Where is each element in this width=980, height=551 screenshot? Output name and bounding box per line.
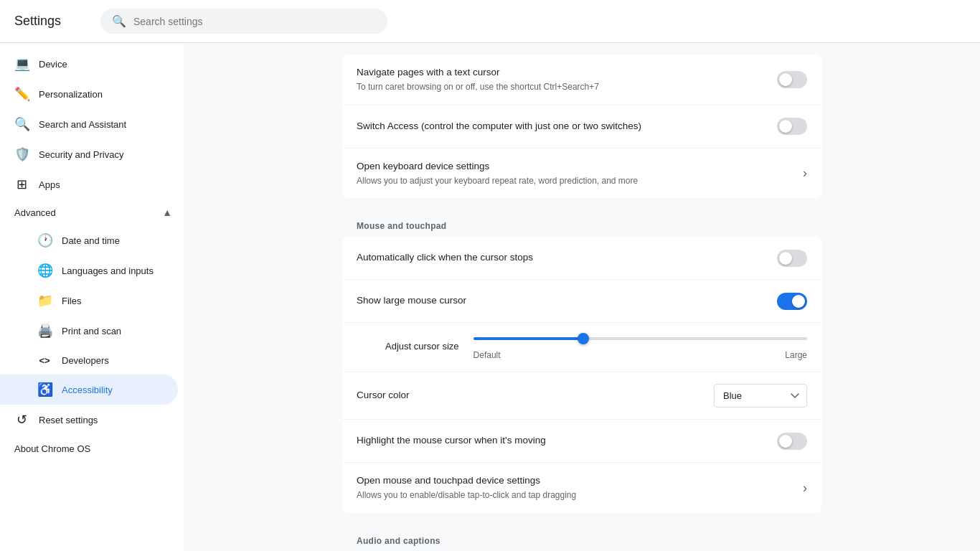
- open-mouse-settings-subtitle: Allows you to enable/disable tap-to-clic…: [357, 489, 791, 501]
- sidebar-item-languages[interactable]: 🌐 Languages and inputs: [0, 255, 178, 286]
- print-icon: 🖨️: [37, 323, 52, 339]
- auto-click-title: Automatically click when the cursor stop…: [357, 251, 765, 265]
- sidebar-item-device[interactable]: 💻 Device: [0, 49, 178, 79]
- cursor-color-label: Cursor color: [357, 389, 702, 402]
- sidebar-label-languages: Languages and inputs: [62, 265, 154, 276]
- open-keyboard-settings-subtitle: Allows you to adjust your keyboard repea…: [357, 175, 791, 187]
- chevron-right-icon: ›: [803, 481, 807, 495]
- show-large-cursor-title: Show large mouse cursor: [357, 294, 765, 308]
- auto-click-toggle[interactable]: [777, 250, 807, 267]
- layout: 💻 Device ✏️ Personalization 🔍 Search and…: [0, 43, 980, 551]
- sidebar-label-apps: Apps: [39, 179, 60, 190]
- search-icon: 🔍: [112, 14, 126, 28]
- sidebar: 💻 Device ✏️ Personalization 🔍 Search and…: [0, 43, 184, 551]
- sidebar-label-print: Print and scan: [62, 326, 121, 336]
- open-mouse-settings-title: Open mouse and touchpad device settings: [357, 474, 791, 488]
- sidebar-label-date-time: Date and time: [62, 235, 120, 246]
- mouse-touchpad-card: Automatically click when the cursor stop…: [342, 237, 821, 513]
- sidebar-label-security: Security and Privacy: [39, 149, 124, 160]
- developers-icon: <>: [37, 355, 52, 366]
- chevron-right-icon: ›: [803, 166, 807, 180]
- navigate-text-cursor-control[interactable]: [777, 71, 807, 88]
- switch-access-title: Switch Access (control the computer with…: [357, 120, 765, 133]
- search-input[interactable]: [133, 16, 376, 27]
- files-icon: 📁: [37, 293, 52, 309]
- sidebar-item-personalization[interactable]: ✏️ Personalization: [0, 79, 178, 109]
- show-large-cursor-toggle[interactable]: [777, 293, 807, 310]
- toggle-thumb: [779, 73, 792, 86]
- cursor-size-slider[interactable]: Default Large: [473, 331, 807, 360]
- apps-icon: ⊞: [14, 176, 29, 192]
- sidebar-label-reset: Reset settings: [39, 415, 98, 425]
- auto-click-row: Automatically click when the cursor stop…: [342, 237, 821, 280]
- sidebar-label-accessibility: Accessibility: [62, 385, 113, 395]
- sidebar-item-developers[interactable]: <> Developers: [0, 346, 178, 375]
- cursor-size-label: Adjust cursor size: [385, 341, 459, 352]
- navigate-text-cursor-subtitle: To turn caret browsing on or off, use th…: [357, 81, 765, 93]
- header: Settings 🔍: [0, 0, 980, 43]
- app-title: Settings: [14, 14, 72, 29]
- sidebar-advanced-section[interactable]: Advanced ▲: [0, 199, 184, 225]
- open-keyboard-settings-title: Open keyboard device settings: [357, 160, 791, 174]
- switch-access-toggle[interactable]: [777, 118, 807, 135]
- sidebar-label-developers: Developers: [62, 355, 109, 366]
- sidebar-item-files[interactable]: 📁 Files: [0, 286, 178, 316]
- sidebar-item-accessibility[interactable]: ♿ Accessibility: [0, 375, 178, 405]
- sidebar-item-search-and-assistant[interactable]: 🔍 Search and Assistant: [0, 109, 178, 139]
- cursor-size-slider-row: Adjust cursor size Default Large: [342, 323, 821, 372]
- sidebar-item-date-and-time[interactable]: 🕐 Date and time: [0, 225, 178, 255]
- sidebar-item-reset-settings[interactable]: ↺ Reset settings: [0, 405, 178, 435]
- personalization-icon: ✏️: [14, 86, 29, 102]
- keyboard-settings-card: Navigate pages with a text cursor To tur…: [342, 55, 821, 198]
- sidebar-item-print-and-scan[interactable]: 🖨️ Print and scan: [0, 316, 178, 346]
- navigate-text-cursor-row: Navigate pages with a text cursor To tur…: [342, 55, 821, 105]
- reset-icon: ↺: [14, 412, 29, 428]
- sidebar-label-files: Files: [62, 296, 81, 306]
- sidebar-label-personalization: Personalization: [39, 89, 103, 100]
- main-content: Navigate pages with a text cursor To tur…: [184, 43, 980, 551]
- sidebar-item-apps[interactable]: ⊞ Apps: [0, 169, 178, 199]
- languages-icon: 🌐: [37, 263, 52, 278]
- date-time-icon: 🕐: [37, 232, 52, 248]
- device-icon: 💻: [14, 56, 29, 72]
- open-keyboard-settings-row[interactable]: Open keyboard device settings Allows you…: [342, 149, 821, 199]
- search-bar[interactable]: 🔍: [100, 9, 387, 34]
- cursor-color-row: Cursor color Blue Black White Red Yellow…: [342, 372, 821, 420]
- show-large-cursor-row: Show large mouse cursor: [342, 280, 821, 323]
- navigate-text-cursor-toggle[interactable]: [777, 71, 807, 88]
- advanced-label: Advanced: [14, 207, 56, 218]
- navigate-text-cursor-title: Navigate pages with a text cursor: [357, 66, 765, 80]
- highlight-cursor-toggle[interactable]: [777, 433, 807, 450]
- switch-access-row: Switch Access (control the computer with…: [342, 105, 821, 149]
- search-assistant-icon: 🔍: [14, 116, 29, 132]
- audio-captions-section-title: Audio and captions: [331, 524, 833, 551]
- content-inner: Navigate pages with a text cursor To tur…: [331, 43, 833, 551]
- highlight-cursor-title: Highlight the mouse cursor when it's mov…: [357, 434, 765, 448]
- sidebar-item-security-and-privacy[interactable]: 🛡️ Security and Privacy: [0, 139, 178, 169]
- accessibility-icon: ♿: [37, 382, 52, 397]
- sidebar-label-search-assistant: Search and Assistant: [39, 119, 126, 130]
- highlight-cursor-row: Highlight the mouse cursor when it's mov…: [342, 420, 821, 463]
- sidebar-label-device: Device: [39, 59, 67, 70]
- slider-max-label: Large: [785, 350, 807, 360]
- cursor-color-dropdown[interactable]: Blue Black White Red Yellow Green Cyan M…: [714, 384, 807, 408]
- advanced-children: 🕐 Date and time 🌐 Languages and inputs 📁…: [0, 225, 184, 405]
- advanced-chevron-icon: ▲: [162, 207, 172, 218]
- security-icon: 🛡️: [14, 146, 29, 162]
- about-label: About Chrome OS: [14, 443, 90, 454]
- slider-min-label: Default: [473, 350, 501, 360]
- mouse-touchpad-section-title: Mouse and touchpad: [331, 209, 833, 237]
- open-mouse-settings-row[interactable]: Open mouse and touchpad device settings …: [342, 463, 821, 513]
- sidebar-item-about[interactable]: About Chrome OS: [0, 435, 184, 463]
